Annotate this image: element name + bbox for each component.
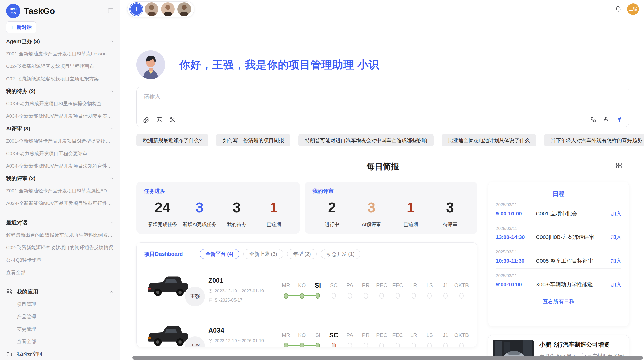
sidebar-item[interactable]: C02-飞腾新能源轻客改款项目的闭环通告反馈情况 — [6, 241, 114, 254]
stat-value: 3 — [352, 199, 391, 216]
paperclip-icon[interactable] — [143, 117, 149, 123]
sidebar-item-label: 我的云空间 — [17, 351, 42, 357]
chevron-up-icon[interactable] — [109, 126, 114, 131]
sidebar-item-app[interactable]: 变更管理 — [6, 323, 114, 335]
project-code: A034 — [208, 326, 276, 334]
tab-platform[interactable]: 全新平台 (4) — [200, 249, 239, 259]
sidebar-item[interactable]: C02-飞腾新能源轻客改款项目里程碑画布 — [6, 60, 114, 72]
suggestion-chip[interactable]: 欧洲新规最近颁布了什么? — [136, 134, 208, 146]
section-my-todo[interactable]: 我的待办 (2) — [6, 85, 114, 97]
join-button[interactable]: 加入 — [611, 281, 621, 288]
my-review-card: 我的评审 2 进行中 3 AI预评审 — [305, 182, 477, 234]
stat: 3 新增AI完成任务 — [181, 199, 218, 228]
milestone: OKTB — [453, 331, 470, 347]
horizontal-scrollbar[interactable] — [132, 356, 643, 360]
chat-input[interactable] — [143, 92, 622, 102]
view-all-schedule-link[interactable]: 查看所有日程 — [496, 298, 621, 305]
stat: 2 进行中 — [312, 199, 352, 228]
sidebar-item[interactable]: 解释最新出台的欧盟报废车法规再生塑料比例被调至15%... — [6, 229, 114, 241]
agent-avatar[interactable] — [161, 2, 175, 16]
stat-value: 24 — [144, 199, 181, 216]
milestone: LS — [422, 281, 438, 299]
project-row[interactable]: 王强 A034 2023-12-19 ~ 2026-01-19 — [144, 320, 470, 347]
sidebar-item[interactable]: C0X4-动力总成开发项目SI里程碑提交物检查 — [6, 97, 114, 110]
chevron-up-icon[interactable] — [109, 290, 114, 294]
image-icon[interactable] — [156, 117, 163, 123]
tab-powertrain[interactable]: 动总开发 (1) — [321, 249, 360, 259]
suggestion-chip[interactable]: 当下年轻人对汽车外观有怎样的喜好趋势 — [544, 134, 644, 146]
sidebar-item[interactable]: A034-全新新能源MUV产品开发项目法规符合性评审 — [6, 160, 114, 172]
milestone: PEC — [374, 331, 390, 347]
agent-avatar[interactable] — [145, 2, 158, 16]
project-owner-avatar: 王强 — [184, 286, 206, 307]
section-ai-review[interactable]: AI评审 (3) — [6, 122, 114, 135]
sidebar-item[interactable]: 公司Q3轻卡销量 — [6, 254, 114, 266]
chevron-up-icon[interactable] — [109, 89, 114, 94]
milestone-timeline: MR KO SI SC PA PR PEC FEC LR LS — [278, 281, 470, 299]
scissors-icon[interactable] — [170, 117, 176, 123]
tab-model-year[interactable]: 年型 (2) — [287, 249, 317, 259]
section-my-review[interactable]: 我的评审 (2) — [6, 172, 114, 185]
join-button[interactable]: 加入 — [611, 234, 621, 241]
suggestion-chip[interactable]: 比亚迪全固态电池计划具体说了什么 — [442, 134, 536, 146]
daily-brief-title: 每日简报 — [136, 161, 629, 172]
microphone-icon[interactable] — [603, 116, 609, 123]
sidebar-item-cloud[interactable]: 我的云空间 — [6, 348, 114, 360]
user-avatar[interactable]: 王强 — [627, 3, 639, 15]
tab-body[interactable]: 全新上装 (3) — [243, 249, 283, 259]
apps-grid-icon — [6, 289, 13, 295]
add-agent-button[interactable]: + — [130, 3, 142, 15]
main-content: 你好，王强，我是你的项目管理助理 小识 欧洲新规最近颁布了什么? 如何写一份清晰… — [120, 50, 644, 360]
logo-line2: Go — [11, 11, 16, 15]
stat-label: 我的待办 — [218, 221, 255, 228]
sidebar-item[interactable]: A034-全新新能源MUV产品开发项目造型可行性评审 — [6, 197, 114, 209]
phone-icon[interactable] — [590, 116, 596, 123]
project-row[interactable]: 王强 Z001 2023-12-19 ~ 2027-01-19 — [144, 271, 470, 309]
section-recent[interactable]: 最近对话 — [6, 216, 114, 229]
stat: 3 AI预评审 — [352, 199, 391, 228]
section-agent-done[interactable]: Agent已办 (3) — [6, 35, 114, 48]
view-all-link[interactable]: 查看全部... — [6, 335, 114, 348]
bell-icon[interactable] — [615, 6, 622, 12]
schedule-date: 2025/03/11 — [496, 250, 621, 255]
panel-collapse-icon[interactable] — [107, 8, 114, 14]
project-dates-text: 2023-12-19 ~ 2026-01-19 — [215, 338, 264, 343]
milestone: PEC — [374, 281, 390, 299]
sidebar-item-app[interactable]: 项目管理 — [6, 298, 114, 310]
new-chat-button[interactable]: + 新对话 — [6, 21, 36, 33]
suggestion-chip[interactable]: 特朗普可能对进口汽车增税会对中国车企造成哪些影响 — [298, 134, 434, 146]
section-my-apps[interactable]: 我的应用 — [6, 286, 114, 298]
sidebar-item[interactable]: Z001-全新燃油轻卡产品开发项目SI造型提交物评审 — [6, 135, 114, 147]
section-title: AI评审 (3) — [6, 125, 30, 132]
assistant-avatar — [136, 50, 165, 79]
chevron-up-icon[interactable] — [109, 39, 114, 44]
chevron-up-icon[interactable] — [109, 176, 114, 181]
sidebar-item[interactable]: C0X4-动力总成开发项目工程变更评审 — [6, 147, 114, 160]
schedule-time: 9:00-10:00 — [496, 211, 536, 217]
milestone-timeline: MR KO SI SC PA PR PEC FEC LR LS — [278, 331, 470, 347]
stat: 3 待评审 — [430, 199, 470, 228]
task-progress-card: 任务进度 24 新增完成任务 3 新增AI完成任务 — [136, 182, 300, 234]
sidebar-item[interactable]: Z001-全新燃油轻卡产品开发项目SI节点属性5D文件评审 — [6, 185, 114, 197]
schedule-time: 10:30-11:30 — [496, 258, 536, 264]
project-code: Z001 — [208, 277, 276, 284]
chevron-up-icon[interactable] — [109, 220, 114, 225]
suggestion-chips: 欧洲新规最近颁布了什么? 如何写一份清晰的项目周报 特朗普可能对进口汽车增税会对… — [136, 134, 629, 146]
project-media: 王强 — [144, 271, 208, 309]
send-icon[interactable] — [616, 116, 622, 123]
milestone: KO — [294, 331, 310, 347]
agent-avatar[interactable] — [177, 2, 191, 16]
schedule-item: 2025/03/11 9:00-10:00 X003-车辆动力学性能验... 加… — [496, 269, 621, 292]
join-button[interactable]: 加入 — [611, 257, 621, 264]
milestone: J1 — [437, 331, 453, 347]
join-button[interactable]: 加入 — [611, 210, 621, 217]
sidebar-item[interactable]: Z001-全新燃油皮卡产品开发项目SI节点Lesson Learn报告 — [6, 48, 114, 60]
milestone: PR — [358, 331, 374, 347]
sidebar-item[interactable]: A034-全新新能源MUV产品开发项目计划变更表编写 — [6, 110, 114, 122]
sidebar-item-app[interactable]: 产品管理 — [6, 310, 114, 323]
sidebar-item[interactable]: C02-飞腾新能源轻客改款项目立项汇报方案 — [6, 72, 114, 85]
view-all-link[interactable]: 查看全部... — [6, 266, 114, 279]
suggestion-chip[interactable]: 如何写一份清晰的项目周报 — [216, 134, 290, 146]
daily-brief-header: 每日简报 — [136, 161, 629, 172]
layout-grid-icon[interactable] — [616, 162, 622, 169]
